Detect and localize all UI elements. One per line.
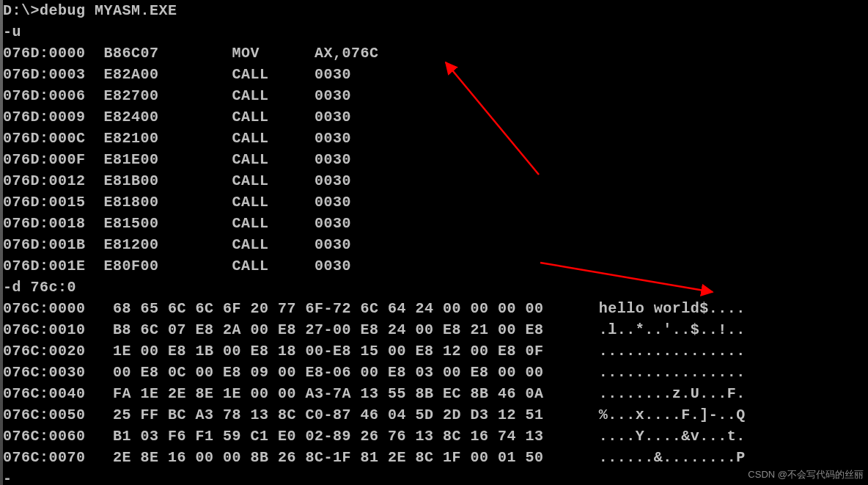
disasm-row: 076D:001B E81200 CALL 0030: [3, 234, 868, 255]
command-u: -u: [3, 21, 868, 43]
disasm-row: 076D:000C E82100 CALL 0030: [3, 128, 868, 149]
window-left-edge: [0, 0, 3, 485]
disasm-row: 076D:0009 E82400 CALL 0030: [3, 106, 868, 128]
cursor-line[interactable]: -: [3, 468, 868, 485]
disasm-row: 076D:0006 E82700 CALL 0030: [3, 85, 868, 106]
csdn-watermark: CSDN @不会写代码的丝丽: [748, 468, 864, 482]
disasm-row: 076D:000F E81E00 CALL 0030: [3, 149, 868, 170]
dump-row: 076C:0010 B8 6C 07 E8 2A 00 E8 27-00 E8 …: [3, 319, 868, 340]
dump-row: 076C:0020 1E 00 E8 1B 00 E8 18 00-E8 15 …: [3, 340, 868, 362]
dump-row: 076C:0040 FA 1E 2E 8E 1E 00 00 A3-7A 13 …: [3, 383, 868, 404]
dump-row: 076C:0050 25 FF BC A3 78 13 8C C0-87 46 …: [3, 404, 868, 426]
disasm-row: 076D:0003 E82A00 CALL 0030: [3, 64, 868, 85]
command-d: -d 76c:0: [3, 277, 868, 298]
disasm-row: 076D:0012 E81B00 CALL 0030: [3, 170, 868, 192]
disasm-row: 076D:0018 E81500 CALL 0030: [3, 213, 868, 234]
disasm-row: 076D:0015 E81800 CALL 0030: [3, 192, 868, 213]
disasm-row: 076D:001E E80F00 CALL 0030: [3, 255, 868, 277]
dump-row: 076C:0000 68 65 6C 6C 6F 20 77 6F-72 6C …: [3, 298, 868, 319]
dump-row: 076C:0060 B1 03 F6 F1 59 C1 E0 02-89 26 …: [3, 426, 868, 447]
terminal-output: D:\>debug MYASM.EXE-u076D:0000 B86C07 MO…: [3, 0, 868, 485]
prompt-line: D:\>debug MYASM.EXE: [3, 0, 868, 21]
dump-row: 076C:0030 00 E8 0C 00 E8 09 00 E8-06 00 …: [3, 362, 868, 383]
disasm-row: 076D:0000 B86C07 MOV AX,076C: [3, 43, 868, 64]
dump-row: 076C:0070 2E 8E 16 00 00 8B 26 8C-1F 81 …: [3, 447, 868, 468]
